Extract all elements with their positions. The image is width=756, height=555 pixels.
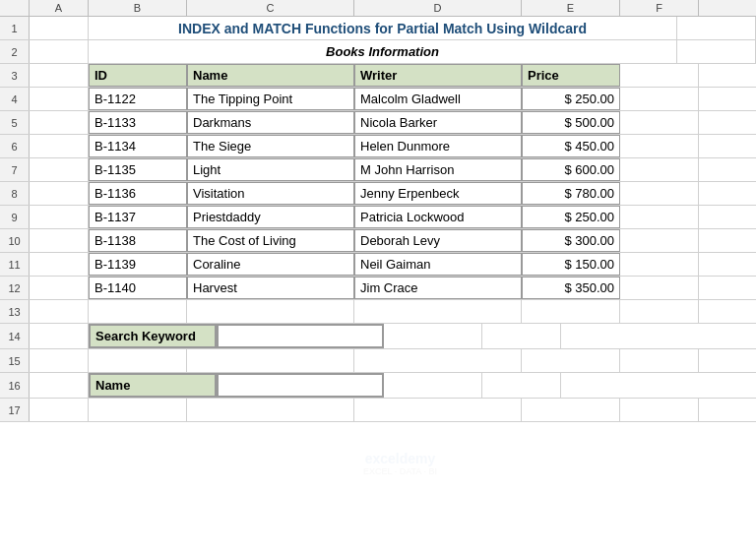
row-3: 3 ID Name Writer Price xyxy=(0,64,756,88)
row-num-16: 16 xyxy=(0,373,30,398)
cell-writer-6: Helen Dunmore xyxy=(354,135,522,157)
cell-price-8: $ 780.00 xyxy=(522,182,620,205)
cell-f7 xyxy=(620,158,699,181)
row-num-2: 2 xyxy=(0,40,30,63)
cell-f10 xyxy=(620,229,699,252)
subtitle-text: Books Information xyxy=(326,44,439,59)
row-4: 4 B-1122 The Tipping Point Malcolm Gladw… xyxy=(0,88,756,111)
row-12: 12 B-1140 Harvest Jim Crace $ 350.00 xyxy=(0,277,756,300)
cell-f5 xyxy=(620,111,699,134)
header-price-text: Price xyxy=(528,68,559,83)
row-num-9: 9 xyxy=(0,206,30,228)
cell-writer-5: Nicola Barker xyxy=(354,111,522,134)
cell-writer-12: Jim Crace xyxy=(354,277,522,299)
cell-name-4: The Tipping Point xyxy=(187,88,354,110)
row-num-8: 8 xyxy=(0,182,30,205)
row-6: 6 B-1134 The Siege Helen Dunmore $ 450.0… xyxy=(0,135,756,158)
cell-f11 xyxy=(620,253,699,276)
row-num-3: 3 xyxy=(0,64,30,87)
cell-name-8: Visitation xyxy=(187,182,354,205)
row-15: 15 xyxy=(0,349,756,373)
cell-writer-7: M John Harrison xyxy=(354,158,522,181)
row-2: 2 Books Information xyxy=(0,40,756,64)
cell-id-7: B-1135 xyxy=(89,158,187,181)
row-num-14: 14 xyxy=(0,324,30,348)
cell-a12 xyxy=(30,277,89,299)
name-label: Name xyxy=(89,373,217,398)
cell-a7 xyxy=(30,158,89,181)
header-writer-text: Writer xyxy=(360,68,397,83)
cell-writer-10: Deborah Levy xyxy=(354,229,522,252)
cell-id-5: B-1133 xyxy=(89,111,187,134)
cell-f8 xyxy=(620,182,699,205)
col-header-c: C xyxy=(187,0,354,16)
row-1: 1 INDEX and MATCH Functions for Partial … xyxy=(0,17,756,40)
cell-header-name: Name xyxy=(187,64,354,87)
row-num-10: 10 xyxy=(0,229,30,252)
row-13: 13 xyxy=(0,300,756,324)
cell-header-id: ID xyxy=(89,64,187,87)
row-5: 5 B-1133 Darkmans Nicola Barker $ 500.00 xyxy=(0,111,756,135)
row-10: 10 B-1138 The Cost of Living Deborah Lev… xyxy=(0,229,756,253)
row-num-7: 7 xyxy=(0,158,30,181)
search-keyword-label-text: Search Keyword xyxy=(95,329,196,343)
cell-price-12: $ 350.00 xyxy=(522,277,620,299)
cell-a4 xyxy=(30,88,89,110)
cell-price-4: $ 250.00 xyxy=(522,88,620,110)
cell-a9 xyxy=(30,206,89,228)
col-header-d: D xyxy=(354,0,522,16)
cell-f6 xyxy=(620,135,699,157)
cell-name-7: Light xyxy=(187,158,354,181)
data-rows-container: 4 B-1122 The Tipping Point Malcolm Gladw… xyxy=(0,88,756,300)
row-num-12: 12 xyxy=(0,277,30,299)
cell-price-5: $ 500.00 xyxy=(522,111,620,134)
col-header-e: E xyxy=(522,0,620,16)
cell-id-10: B-1138 xyxy=(89,229,187,252)
row-8: 8 B-1136 Visitation Jenny Erpenbeck $ 78… xyxy=(0,182,756,206)
cell-f4 xyxy=(620,88,699,110)
row-17: 17 xyxy=(0,399,756,422)
cell-a5 xyxy=(30,111,89,134)
cell-f9 xyxy=(620,206,699,228)
name-label-text: Name xyxy=(95,378,130,393)
cell-a8 xyxy=(30,182,89,205)
cell-price-6: $ 450.00 xyxy=(522,135,620,157)
cell-id-12: B-1140 xyxy=(89,277,187,299)
row-num-17: 17 xyxy=(0,399,30,421)
cell-title: INDEX and MATCH Functions for Partial Ma… xyxy=(89,17,677,39)
row-num-5: 5 xyxy=(0,111,30,134)
search-keyword-input-cell[interactable] xyxy=(217,324,384,348)
col-header-f: F xyxy=(620,0,699,16)
row-11: 11 B-1139 Coraline Neil Gaiman $ 150.00 xyxy=(0,253,756,277)
cell-name-5: Darkmans xyxy=(187,111,354,134)
corner-cell xyxy=(0,0,30,16)
cell-writer-4: Malcolm Gladwell xyxy=(354,88,522,110)
cell-a6 xyxy=(30,135,89,157)
cell-price-9: $ 250.00 xyxy=(522,206,620,228)
cell-id-4: B-1122 xyxy=(89,88,187,110)
row-9: 9 B-1137 Priestdaddy Patricia Lockwood $… xyxy=(0,206,756,229)
col-header-b: B xyxy=(89,0,187,16)
column-header-row: A B C D E F xyxy=(0,0,756,17)
cell-id-11: B-1139 xyxy=(89,253,187,276)
cell-f3 xyxy=(620,64,699,87)
cell-price-7: $ 600.00 xyxy=(522,158,620,181)
cell-id-9: B-1137 xyxy=(89,206,187,228)
row-num-6: 6 xyxy=(0,135,30,157)
row-num-13: 13 xyxy=(0,300,30,323)
name-input-cell[interactable] xyxy=(217,373,384,398)
cell-a1 xyxy=(30,17,89,39)
search-keyword-label: Search Keyword xyxy=(89,324,217,348)
cell-a2 xyxy=(30,40,89,63)
cell-writer-8: Jenny Erpenbeck xyxy=(354,182,522,205)
cell-writer-9: Patricia Lockwood xyxy=(354,206,522,228)
cell-name-11: Coraline xyxy=(187,253,354,276)
row-num-4: 4 xyxy=(0,88,30,110)
cell-a11 xyxy=(30,253,89,276)
cell-name-12: Harvest xyxy=(187,277,354,299)
cell-a10 xyxy=(30,229,89,252)
row-14: 14 Search Keyword xyxy=(0,324,756,349)
spreadsheet: A B C D E F 1 INDEX and MATCH Functions … xyxy=(0,0,756,555)
cell-name-6: The Siege xyxy=(187,135,354,157)
row-num-1: 1 xyxy=(0,17,30,39)
